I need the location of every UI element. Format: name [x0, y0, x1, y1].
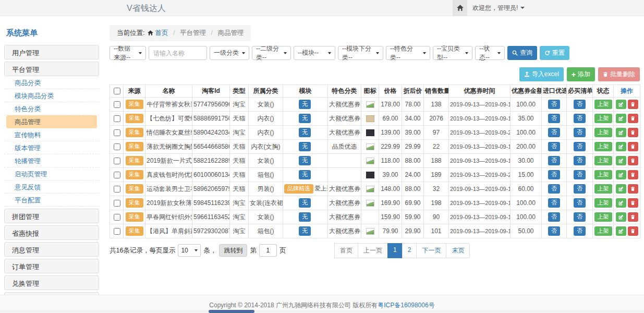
user-menu[interactable]: 欢迎您，管理员! [472, 0, 525, 16]
delete-button[interactable] [628, 184, 638, 194]
module-badge[interactable]: 品牌精选 [284, 184, 313, 194]
module-badge[interactable]: 无 [299, 114, 311, 123]
status-button[interactable]: 上架 [594, 142, 612, 151]
status-button[interactable]: 上架 [594, 100, 612, 109]
delete-button[interactable] [628, 226, 638, 236]
scrollbar-thumb[interactable] [209, 310, 254, 313]
delete-button[interactable] [628, 170, 638, 179]
row-checkbox[interactable] [114, 115, 120, 122]
status-button[interactable]: 上架 [594, 128, 612, 137]
page-button[interactable]: 下一页 [416, 243, 446, 258]
delete-button[interactable] [628, 142, 638, 151]
import-select-toggle[interactable]: 否 [548, 198, 560, 208]
edit-button[interactable] [616, 226, 626, 236]
sidebar-item[interactable]: 订单管理 [4, 259, 99, 273]
edit-button[interactable] [616, 184, 626, 194]
reset-button[interactable]: 重置 [540, 46, 569, 60]
module-badge[interactable]: 无 [299, 100, 311, 109]
edit-button[interactable] [616, 170, 626, 179]
page-button[interactable]: 1 [387, 243, 403, 258]
sidebar-item[interactable]: 兑换管理 [4, 275, 99, 290]
module-badge[interactable]: 无 [299, 198, 311, 208]
level2-category-select[interactable]: --二级分类-- [252, 46, 291, 60]
delete-button[interactable] [628, 198, 638, 208]
delete-button[interactable] [628, 212, 638, 222]
sidebar-item[interactable]: 平台管理 [4, 62, 99, 76]
sidebar-item[interactable]: 启动页管理 [4, 167, 99, 180]
module-badge[interactable]: 无 [299, 170, 311, 179]
must-buy-toggle[interactable]: 否 [574, 170, 586, 179]
row-checkbox[interactable] [114, 200, 120, 207]
sidebar-item[interactable]: 商品管理 [6, 115, 97, 128]
sidebar-item[interactable]: 用户管理 [4, 45, 99, 59]
must-buy-toggle[interactable]: 否 [574, 128, 586, 137]
row-checkbox[interactable] [114, 172, 120, 178]
add-button[interactable]: + 添加 [567, 67, 595, 81]
module-sub-category-select[interactable]: --模块下分类-- [338, 46, 383, 60]
status-button[interactable]: 上架 [594, 114, 612, 123]
import-select-toggle[interactable]: 否 [548, 226, 560, 236]
level1-category-select[interactable]: 一级分类 [210, 46, 249, 60]
must-buy-toggle[interactable]: 否 [574, 156, 586, 165]
jump-button[interactable]: 跳转到 [219, 244, 247, 257]
sidebar-item[interactable]: 意见反馈 [4, 180, 99, 194]
item-type-select[interactable]: --宝贝类型-- [433, 46, 472, 60]
row-checkbox[interactable] [114, 186, 120, 192]
module-badge[interactable]: 无 [299, 226, 311, 236]
edit-button[interactable] [616, 114, 626, 123]
status-button[interactable]: 上架 [594, 212, 612, 222]
import-select-toggle[interactable]: 否 [548, 184, 560, 194]
page-button[interactable]: 末页 [446, 243, 470, 258]
row-checkbox[interactable] [114, 129, 120, 136]
status-button[interactable]: 上架 [594, 156, 612, 165]
row-checkbox[interactable] [114, 158, 120, 164]
status-button[interactable]: 上架 [594, 198, 612, 208]
status-button[interactable]: 上架 [594, 184, 612, 194]
home-shortcut-button[interactable] [453, 0, 467, 16]
sidebar-item[interactable]: 平台配置 [4, 194, 99, 207]
sidebar-item[interactable]: 消息管理 [4, 242, 99, 257]
breadcrumb-home-link[interactable]: 首页 [155, 29, 168, 37]
jump-page-input[interactable] [259, 244, 277, 257]
select-all-checkbox[interactable] [114, 88, 120, 94]
sidebar-item[interactable]: 拼团管理 [4, 209, 99, 223]
batch-delete-button[interactable]: 批量删除 [598, 67, 640, 81]
module-badge[interactable]: 无 [299, 156, 311, 165]
must-buy-toggle[interactable]: 否 [574, 100, 586, 109]
import-select-toggle[interactable]: 否 [548, 170, 560, 179]
sidebar-item[interactable]: 省惠快报 [4, 225, 99, 240]
must-buy-toggle[interactable]: 否 [574, 198, 586, 208]
import-select-toggle[interactable]: 否 [548, 156, 560, 165]
import-select-toggle[interactable]: 否 [548, 128, 560, 137]
row-checkbox[interactable] [114, 214, 120, 221]
must-buy-toggle[interactable]: 否 [574, 212, 586, 222]
page-size-select[interactable]: 10 [178, 244, 201, 257]
row-checkbox[interactable] [114, 101, 120, 108]
sidebar-item[interactable]: 商品分类 [4, 76, 99, 89]
edit-button[interactable] [616, 142, 626, 151]
delete-button[interactable] [628, 100, 638, 109]
page-button[interactable]: 首页 [334, 243, 358, 258]
sidebar-item[interactable]: 特色分类 [4, 102, 99, 115]
delete-button[interactable] [628, 156, 638, 165]
edit-button[interactable] [616, 100, 626, 109]
edit-button[interactable] [616, 128, 626, 137]
sidebar-item[interactable]: 版本管理 [4, 141, 99, 154]
page-button[interactable]: 上一页 [358, 243, 388, 258]
status-select[interactable]: --状态-- [475, 46, 505, 60]
delete-button[interactable] [628, 128, 638, 137]
icp-link[interactable]: 粤ICP备16098006号 [378, 302, 434, 309]
edit-button[interactable] [616, 156, 626, 165]
name-search-input[interactable] [149, 46, 207, 60]
status-button[interactable]: 上架 [594, 226, 612, 236]
row-checkbox[interactable] [114, 143, 120, 150]
import-select-toggle[interactable]: 否 [548, 114, 560, 123]
must-buy-toggle[interactable]: 否 [574, 114, 586, 123]
page-button[interactable]: 2 [402, 243, 417, 258]
row-checkbox[interactable] [114, 228, 120, 235]
sidebar-item[interactable]: 宣传物料 [4, 128, 99, 141]
delete-button[interactable] [628, 114, 638, 123]
import-excel-button[interactable]: 导入excel [519, 67, 564, 81]
must-buy-toggle[interactable]: 否 [574, 184, 586, 194]
module-badge[interactable]: 无 [299, 142, 311, 151]
